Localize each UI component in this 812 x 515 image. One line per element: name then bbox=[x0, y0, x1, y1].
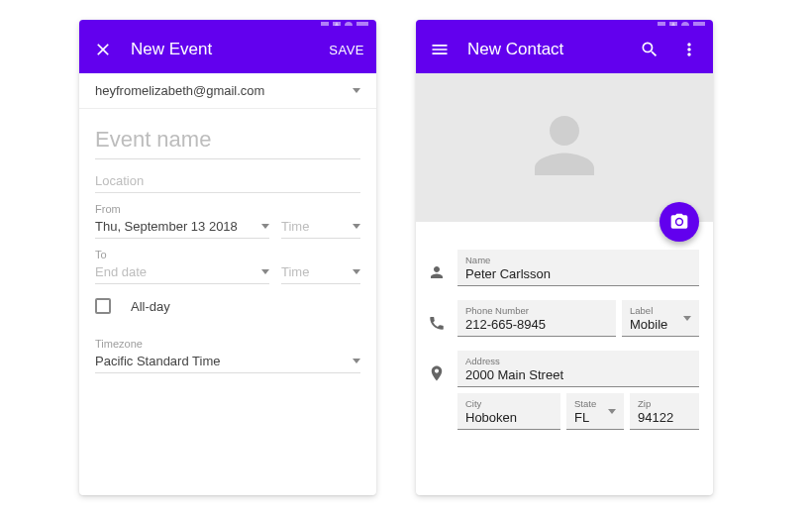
camera-icon bbox=[669, 212, 689, 232]
to-date-placeholder: End date bbox=[95, 264, 147, 279]
chevron-down-icon bbox=[353, 359, 360, 363]
to-label: To bbox=[79, 239, 376, 260]
name-label: Name bbox=[465, 255, 691, 265]
phone-icon bbox=[426, 300, 448, 332]
phone-label-selector[interactable]: Label Mobile bbox=[622, 300, 699, 337]
name-field[interactable]: Name Peter Carlsson bbox=[457, 250, 699, 286]
from-date-value: Thu, September 13 2018 bbox=[95, 219, 238, 234]
person-icon bbox=[426, 250, 448, 281]
from-time-field[interactable]: Time bbox=[281, 215, 360, 239]
name-value: Peter Carlsson bbox=[465, 265, 691, 282]
from-time-placeholder: Time bbox=[281, 219, 309, 234]
phone-type-value: Mobile bbox=[630, 316, 691, 333]
state-label: State bbox=[574, 398, 616, 409]
avatar-placeholder-icon bbox=[520, 101, 609, 194]
page-title: New Event bbox=[131, 40, 313, 59]
to-time-field[interactable]: Time bbox=[281, 260, 360, 284]
address-field[interactable]: Address 2000 Main Street bbox=[457, 351, 699, 387]
contact-photo-area bbox=[416, 73, 713, 222]
city-field[interactable]: City Hoboken bbox=[457, 393, 560, 430]
chevron-down-icon bbox=[261, 269, 269, 274]
all-day-label: All-day bbox=[131, 299, 170, 314]
address-value: 2000 Main Street bbox=[465, 366, 691, 383]
menu-icon[interactable] bbox=[428, 38, 452, 61]
timezone-label: Timezone bbox=[79, 328, 376, 350]
zip-label: Zip bbox=[638, 398, 691, 409]
to-time-placeholder: Time bbox=[281, 264, 309, 279]
chevron-down-icon bbox=[608, 409, 616, 414]
all-day-checkbox[interactable] bbox=[95, 298, 111, 314]
phone-label: Phone Number bbox=[465, 305, 608, 316]
location-icon bbox=[426, 351, 448, 382]
chevron-down-icon bbox=[353, 88, 360, 93]
zip-value: 94122 bbox=[638, 409, 691, 426]
account-selector[interactable]: heyfromelizabeth@gmail.com bbox=[79, 73, 376, 109]
account-email: heyfromelizabeth@gmail.com bbox=[95, 83, 264, 98]
from-label: From bbox=[79, 193, 376, 215]
event-form-body: heyfromelizabeth@gmail.com Event name Lo… bbox=[79, 73, 376, 495]
timezone-field[interactable]: Pacific Standard Time bbox=[95, 350, 360, 373]
close-icon[interactable] bbox=[91, 38, 115, 61]
contact-form-screen: New Contact Name P bbox=[416, 20, 713, 495]
address-label: Address bbox=[465, 356, 691, 366]
phone-type-label: Label bbox=[630, 305, 691, 316]
app-bar: New Event SAVE bbox=[79, 26, 376, 73]
chevron-down-icon bbox=[683, 316, 691, 321]
more-icon[interactable] bbox=[677, 38, 701, 61]
page-title: New Contact bbox=[467, 40, 622, 59]
phone-value: 212-665-8945 bbox=[465, 316, 608, 333]
search-icon[interactable] bbox=[638, 38, 661, 61]
contact-form-body: Name Peter Carlsson Phone Number 212-665… bbox=[416, 73, 713, 495]
app-bar: New Contact bbox=[416, 26, 713, 73]
zip-field[interactable]: Zip 94122 bbox=[630, 393, 699, 430]
chevron-down-icon bbox=[261, 224, 269, 229]
chevron-down-icon bbox=[353, 224, 360, 229]
to-date-field[interactable]: End date bbox=[95, 260, 269, 284]
event-name-input[interactable]: Event name bbox=[95, 109, 360, 159]
location-input[interactable]: Location bbox=[95, 159, 360, 193]
city-label: City bbox=[465, 398, 553, 409]
from-date-field[interactable]: Thu, September 13 2018 bbox=[95, 215, 269, 239]
state-field[interactable]: State FL bbox=[566, 393, 624, 430]
phone-number-field[interactable]: Phone Number 212-665-8945 bbox=[457, 300, 616, 337]
save-button[interactable]: SAVE bbox=[329, 43, 364, 57]
all-day-row[interactable]: All-day bbox=[79, 284, 376, 328]
city-value: Hoboken bbox=[465, 409, 553, 426]
timezone-value: Pacific Standard Time bbox=[95, 354, 220, 368]
chevron-down-icon bbox=[353, 269, 360, 274]
event-form-screen: New Event SAVE heyfromelizabeth@gmail.co… bbox=[79, 20, 376, 495]
camera-fab[interactable] bbox=[660, 202, 699, 242]
